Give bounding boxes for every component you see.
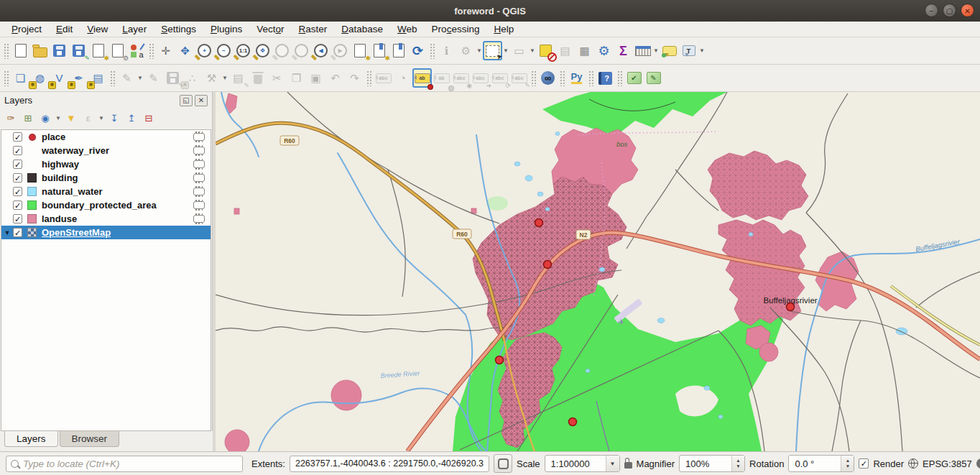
pan-to-selection-icon[interactable]: ✥ — [175, 41, 195, 60]
select-features-icon[interactable] — [483, 41, 502, 60]
save-project-icon[interactable] — [50, 41, 69, 60]
new-print-layout-icon[interactable]: ✱ — [88, 41, 108, 60]
new-project-icon[interactable] — [11, 41, 30, 60]
delete-selected-icon[interactable] — [248, 68, 267, 88]
metasearch-icon[interactable]: ∞ — [538, 68, 558, 88]
new-geopackage-layer-icon[interactable]: ✒✱ — [69, 68, 88, 88]
paste-features-icon[interactable]: ▣ — [306, 68, 325, 88]
filter-by-expression-dropdown[interactable]: ▼ — [98, 109, 105, 128]
save-project-as-icon[interactable]: ✎ — [69, 41, 88, 60]
toggle-editing-icon[interactable]: ✎ — [144, 68, 163, 88]
spinner-arrows-icon[interactable]: ▲▼ — [841, 456, 854, 471]
zoom-next-icon[interactable]: ▶ — [330, 41, 350, 60]
filter-legend-icon[interactable]: ▼ — [63, 111, 79, 126]
menu-item-help[interactable]: Help — [486, 22, 521, 37]
run-feature-action-dropdown[interactable]: ▼ — [476, 42, 483, 60]
menu-item-raster[interactable]: Raster — [292, 22, 335, 37]
show-bookmarks-icon[interactable] — [389, 41, 408, 60]
filter-by-expression-icon[interactable]: ε — [80, 111, 96, 126]
layer-expander-icon[interactable]: ▼ — [1, 229, 13, 236]
locator-input[interactable]: Type to locate (Ctrl+K) — [6, 456, 243, 472]
menu-item-database[interactable]: Database — [334, 22, 390, 37]
collapse-all-icon[interactable]: ↥ — [124, 111, 139, 126]
lock-scale-icon[interactable] — [624, 462, 632, 469]
style-manager-icon[interactable]: a — [127, 41, 147, 60]
layer-item-boundary_protected_area[interactable]: ✓boundary_protected_area — [1, 198, 211, 212]
layer-visibility-checkbox[interactable]: ✓ — [13, 200, 22, 210]
advanced-digitizing-dropdown[interactable]: ▼ — [221, 69, 228, 88]
sketch-map-plugin-icon[interactable]: ✎ — [644, 68, 663, 88]
layer-visibility-checkbox[interactable]: ✓ — [13, 146, 22, 155]
zoom-to-layer-icon[interactable] — [292, 41, 311, 60]
menu-item-processing[interactable]: Processing — [425, 22, 487, 37]
zoom-to-selection-icon[interactable] — [272, 41, 292, 60]
remove-layer-icon[interactable]: ⊟ — [141, 111, 157, 126]
new-3d-map-view-icon[interactable]: ✱ — [369, 41, 389, 60]
layer-item-landuse[interactable]: ✓landuse — [1, 212, 211, 226]
tab-browser[interactable]: Browser — [60, 431, 120, 447]
menu-item-settings[interactable]: Settings — [154, 22, 203, 37]
layer-diagram-icon[interactable]: ◔ — [393, 68, 412, 88]
layer-visibility-checkbox[interactable]: ✓ — [13, 160, 22, 169]
scale-combobox[interactable]: 1:100000 ▼ — [545, 455, 620, 472]
new-map-view-icon[interactable]: ✱ — [350, 41, 369, 60]
new-shapefile-layer-icon[interactable]: ▤✱ — [88, 68, 108, 88]
layer-visibility-checkbox[interactable]: ✓ — [13, 173, 22, 183]
rotation-spinbox[interactable]: 0.0 ° ▲▼ — [788, 455, 854, 472]
zoom-in-icon[interactable]: + — [195, 41, 214, 60]
pin-labels-icon[interactable]: ab — [412, 68, 432, 88]
messages-icon[interactable]: ··· — [976, 458, 980, 469]
copy-features-icon[interactable]: ❐ — [287, 68, 306, 88]
refresh-map-icon[interactable]: ⟳ — [408, 41, 427, 60]
menu-item-layer[interactable]: Layer — [115, 22, 154, 37]
processing-toolbox-icon[interactable]: ⚙ — [594, 41, 614, 60]
layer-visibility-checkbox[interactable]: ✓ — [13, 214, 22, 223]
title-bar[interactable]: foreword - QGIS − ▢ ✕ — [0, 0, 980, 22]
map-tips-icon[interactable] — [660, 41, 679, 60]
menu-item-plugins[interactable]: Plugins — [203, 22, 249, 37]
open-attribute-table-icon[interactable]: ▤ — [555, 41, 575, 60]
layer-item-place[interactable]: ✓place — [1, 130, 211, 144]
unpin-labels-icon[interactable]: ab — [432, 68, 451, 88]
chevron-down-icon[interactable]: ▼ — [606, 456, 619, 471]
run-feature-action-icon[interactable]: ⚙ — [456, 41, 476, 60]
measure-icon[interactable] — [633, 41, 652, 60]
select-features-dropdown[interactable]: ▼ — [502, 42, 509, 60]
show-layout-manager-icon[interactable]: ⚙ — [108, 41, 127, 60]
map-canvas[interactable]: ✈ R60 R60 N2 Buffeljagsrivier Breede Riv… — [216, 92, 980, 451]
minimize-button[interactable]: − — [925, 4, 938, 17]
zoom-last-icon[interactable]: ◀ — [311, 41, 330, 60]
extent-button[interactable] — [494, 454, 512, 473]
rotate-label-icon[interactable]: abc⟳ — [490, 68, 509, 88]
layer-labeling-icon[interactable]: abc — [374, 68, 393, 88]
menu-item-edit[interactable]: Edit — [49, 22, 80, 37]
zoom-out-icon[interactable]: − — [214, 41, 234, 60]
save-layer-edits-icon[interactable]: ✎ — [163, 68, 182, 88]
layer-item-highway[interactable]: ✓highway — [1, 157, 211, 171]
open-project-icon[interactable] — [30, 41, 50, 60]
close-button[interactable]: ✕ — [961, 4, 974, 17]
layer-visibility-checkbox[interactable]: ✓ — [13, 228, 22, 237]
show-hide-labels-icon[interactable]: abc◉ — [451, 68, 471, 88]
redo-icon[interactable]: ↷ — [345, 68, 364, 88]
layer-item-natural_water[interactable]: ✓natural_water — [1, 185, 211, 198]
add-group-icon[interactable]: ⊞ — [20, 111, 36, 126]
new-virtual-layer-icon[interactable]: V✱ — [50, 68, 69, 88]
layer-item-OpenStreetMap[interactable]: ▼✓OpenStreetMap — [1, 226, 211, 239]
layer-item-building[interactable]: ✓building — [1, 171, 211, 185]
panel-close-button[interactable]: ✕ — [195, 95, 208, 106]
manage-map-themes-dropdown[interactable]: ▼ — [55, 109, 62, 128]
advanced-digitizing-icon[interactable]: ⚒ — [202, 68, 221, 88]
measure-dropdown[interactable]: ▼ — [652, 42, 660, 60]
open-layer-styling-icon[interactable]: ✑ — [3, 111, 19, 126]
text-annotation-dropdown[interactable]: ▼ — [698, 42, 706, 60]
zoom-full-icon[interactable]: ✥ — [253, 41, 272, 60]
current-edits-icon[interactable]: ✎ — [117, 68, 137, 88]
crs-value[interactable]: EPSG:3857 — [923, 458, 972, 469]
help-contents-icon[interactable]: ? — [596, 68, 615, 88]
menu-item-vector[interactable]: Vector — [249, 22, 291, 37]
expand-all-icon[interactable]: ↧ — [106, 111, 122, 126]
deselect-features-icon[interactable] — [536, 41, 555, 60]
current-edits-dropdown[interactable]: ▼ — [137, 69, 144, 88]
magnifier-spinbox[interactable]: 100% ▲▼ — [679, 455, 745, 472]
